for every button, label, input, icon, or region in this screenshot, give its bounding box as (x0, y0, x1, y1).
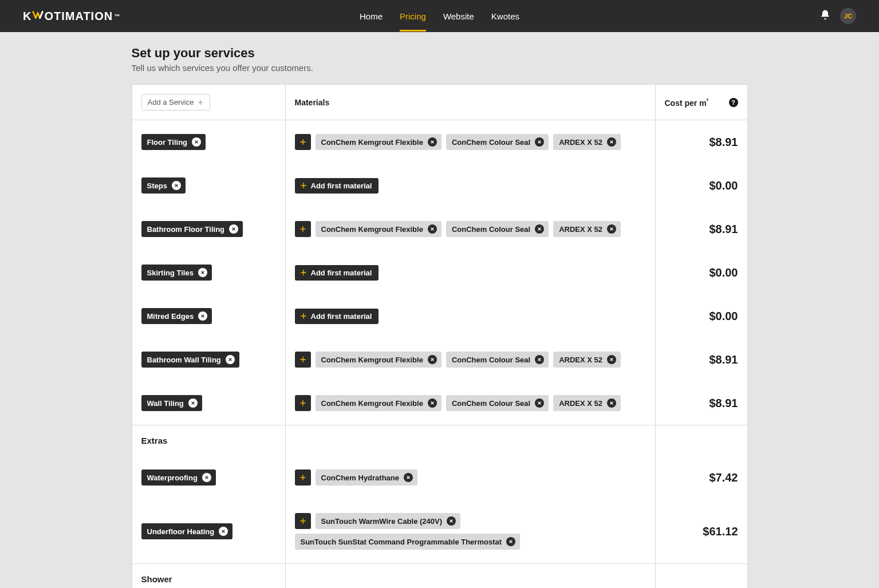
add-material-button[interactable] (295, 134, 311, 150)
material-chip: ConChem Kemgrout Flexible (316, 395, 442, 411)
avatar-initials: JC (844, 13, 852, 19)
app-header: KOTIMATION™ HomePricingWebsiteKwotes JC (0, 0, 879, 32)
nav-item-website[interactable]: Website (443, 1, 474, 31)
logo-part1: K (23, 10, 31, 23)
close-icon[interactable] (428, 137, 437, 147)
material-chip: ConChem Kemgrout Flexible (316, 221, 442, 237)
service-chip: Mitred Edges (141, 308, 212, 324)
add-first-material-button[interactable]: Add first material (295, 178, 379, 194)
table-row: Skirting TilesAdd first material$0.00 (132, 251, 747, 294)
material-chip-label: ConChem Colour Seal (452, 356, 530, 364)
material-chip-label: ConChem Kemgrout Flexible (321, 399, 423, 408)
close-icon[interactable] (226, 355, 235, 364)
add-first-material-button[interactable]: Add first material (295, 265, 379, 281)
page-subtitle: Tell us which services you offer your cu… (132, 63, 748, 73)
add-first-material-label: Add first material (311, 269, 372, 277)
material-chip-label: ConChem Colour Seal (452, 138, 530, 147)
table-row: Bathroom Floor TilingConChem Kemgrout Fl… (132, 207, 747, 251)
cost-value: $8.91 (656, 381, 747, 425)
service-chip: Wall Tiling (141, 395, 202, 411)
cost-value: $0.00 (656, 294, 747, 338)
close-icon[interactable] (607, 137, 616, 147)
close-icon[interactable] (535, 398, 544, 408)
avatar[interactable]: JC (840, 8, 856, 24)
service-chip: Bathroom Wall Tiling (141, 352, 239, 368)
help-icon[interactable]: ? (729, 98, 738, 107)
table-row: Wall TilingConChem Kemgrout FlexibleConC… (132, 381, 747, 425)
add-first-material-label: Add first material (311, 312, 372, 321)
close-icon[interactable] (535, 224, 544, 234)
material-chip-label: ConChem Kemgrout Flexible (321, 138, 423, 147)
close-icon[interactable] (229, 224, 238, 234)
section-extras: Extras (132, 425, 747, 456)
service-chip-label: Wall Tiling (147, 399, 184, 408)
service-chip: Steps (141, 177, 186, 194)
service-chip-label: Mitred Edges (147, 312, 194, 321)
add-service-button[interactable]: Add a Service (141, 94, 211, 111)
close-icon[interactable] (428, 355, 437, 364)
table-header: Add a Service Materials Cost per m² ? (132, 85, 747, 120)
material-chip: ARDEX X 52 (553, 352, 621, 368)
material-chip: ConChem Colour Seal (446, 134, 549, 150)
close-icon[interactable] (198, 311, 207, 321)
cost-value: $7.42 (656, 456, 747, 499)
add-first-material-label: Add first material (311, 181, 372, 190)
close-icon[interactable] (535, 137, 544, 147)
nav-item-home[interactable]: Home (360, 1, 383, 31)
close-icon[interactable] (172, 181, 181, 190)
close-icon[interactable] (607, 224, 616, 234)
close-icon[interactable] (447, 516, 456, 526)
material-chip-label: ConChem Kemgrout Flexible (321, 225, 423, 234)
add-material-button[interactable] (295, 469, 311, 486)
nav-item-pricing[interactable]: Pricing (400, 1, 426, 31)
close-icon[interactable] (219, 527, 228, 536)
close-icon[interactable] (198, 268, 207, 277)
add-material-button[interactable] (295, 221, 311, 237)
close-icon[interactable] (506, 537, 515, 546)
cost-value: $0.00 (656, 164, 747, 207)
logo[interactable]: KOTIMATION™ (23, 9, 120, 24)
close-icon[interactable] (404, 473, 413, 482)
close-icon[interactable] (535, 355, 544, 364)
add-material-button[interactable] (295, 395, 311, 411)
table-row: Floor TilingConChem Kemgrout FlexibleCon… (132, 120, 747, 164)
material-chip: ConChem Kemgrout Flexible (316, 352, 442, 368)
close-icon[interactable] (607, 355, 616, 364)
service-chip-label: Underfloor Heating (147, 527, 215, 536)
close-icon[interactable] (202, 473, 211, 482)
service-chip-label: Steps (147, 181, 167, 190)
materials-header: Materials (286, 85, 656, 120)
material-chip-label: ConChem Hydrathane (321, 473, 400, 482)
close-icon[interactable] (192, 137, 201, 147)
material-chip-label: ARDEX X 52 (559, 356, 602, 364)
close-icon[interactable] (607, 398, 616, 408)
material-chip: ConChem Colour Seal (446, 395, 549, 411)
material-chip: ConChem Colour Seal (446, 352, 549, 368)
add-material-button[interactable] (295, 352, 311, 368)
material-chip: SunTouch WarmWire Cable (240V) (316, 513, 461, 529)
plus-icon (197, 99, 204, 106)
services-table: Add a Service Materials Cost per m² ? Fl… (132, 84, 748, 588)
service-chip: Skirting Tiles (141, 265, 212, 281)
material-chip-label: ConChem Kemgrout Flexible (321, 356, 423, 364)
add-material-button[interactable] (295, 513, 311, 529)
close-icon[interactable] (428, 224, 437, 234)
cost-value: $8.91 (656, 207, 747, 251)
material-chip: ConChem Colour Seal (446, 221, 549, 237)
add-service-label: Add a Service (148, 98, 194, 106)
material-chip: ARDEX X 52 (553, 134, 621, 150)
cost-value: $61.12 (656, 499, 747, 563)
cost-value: $8.91 (656, 120, 747, 164)
notification-bell-icon[interactable] (819, 9, 831, 23)
close-icon[interactable] (428, 398, 437, 408)
close-icon[interactable] (188, 398, 198, 408)
logo-part3: OTIMATION (44, 10, 113, 23)
add-first-material-button[interactable]: Add first material (295, 309, 379, 324)
service-chip-label: Waterproofing (147, 473, 198, 482)
page-title: Set up your services (132, 46, 748, 61)
service-chip-label: Bathroom Floor Tiling (147, 225, 225, 234)
material-chip-label: SunTouch SunStat Command Programmable Th… (301, 538, 502, 546)
nav-item-kwotes[interactable]: Kwotes (491, 1, 519, 31)
service-chip: Floor Tiling (141, 134, 206, 150)
service-chip: Underfloor Heating (141, 523, 233, 539)
